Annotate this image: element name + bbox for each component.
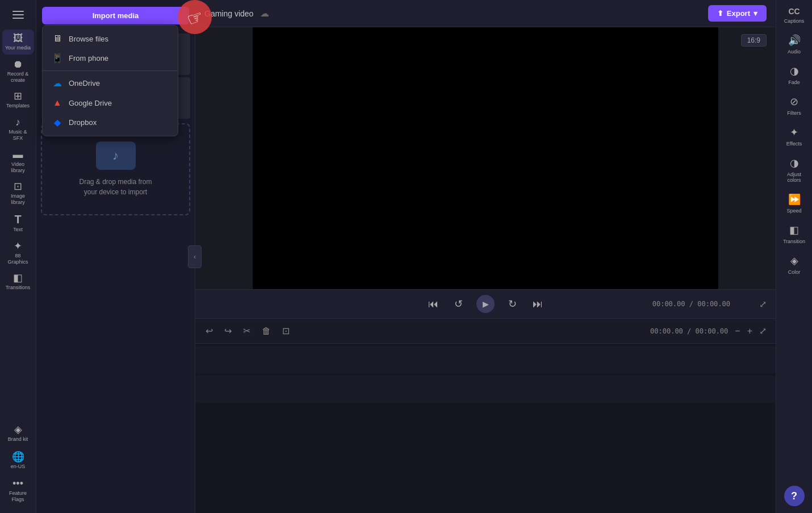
filters-label: Filters (787, 110, 801, 116)
sidebar-item-en-us[interactable]: 🌐 en-US (2, 448, 34, 473)
image-library-icon: ⊡ (14, 181, 22, 191)
timeline-track-1[interactable] (195, 346, 776, 373)
export-label: Export (727, 9, 750, 18)
dropbox-icon: ◆ (52, 117, 63, 128)
sidebar-item-text[interactable]: T Text (2, 210, 34, 236)
hamburger-menu[interactable] (8, 5, 28, 25)
audio-label: Audio (788, 49, 801, 55)
fade-label: Fade (788, 80, 800, 85)
media-panel: Import media 🖥 Browse files 📱 From phone… (36, 0, 195, 513)
effects-label: Effects (786, 141, 802, 147)
sidebar-item-your-media-label: Your media (5, 45, 31, 51)
forward-button[interactable]: ↻ (506, 295, 519, 312)
aspect-ratio-badge[interactable]: 16:9 (741, 34, 767, 47)
locale-icon: 🌐 (12, 452, 24, 462)
undo-button[interactable]: ↩ (202, 323, 216, 339)
right-panel-filters[interactable]: ⊘ Filters (778, 91, 810, 120)
rewind-button[interactable]: ↺ (452, 295, 465, 312)
speed-icon: ⏩ (788, 193, 801, 206)
right-panel-color[interactable]: ◈ Color (778, 250, 810, 280)
right-panel-speed[interactable]: ⏩ Speed (778, 189, 810, 218)
right-panel-adjust-colors[interactable]: ◑ Adjust colors (778, 152, 810, 187)
lock-button[interactable]: ⊡ (279, 323, 293, 339)
sidebar-item-templates-label: Templates (6, 103, 30, 109)
brand-kit-icon: ◈ (14, 424, 22, 435)
browse-files-item[interactable]: 🖥 Browse files (43, 29, 178, 48)
cloud-save-icon: ☁ (260, 8, 269, 19)
sidebar-item-image-label: Image library (5, 193, 32, 206)
from-phone-label: From phone (69, 54, 108, 62)
sidebar-item-video-library[interactable]: ▬ Video library (2, 146, 34, 177)
timeline-time-display: 00:00.00 / 00:00.00 (650, 327, 728, 335)
transition-icon: ◧ (789, 224, 799, 236)
zoom-in-button[interactable]: + (745, 325, 755, 337)
current-time: 00:00.00 (652, 300, 685, 308)
export-button[interactable]: ⬆ Export ▾ (708, 5, 767, 22)
feature-flags-icon: ••• (12, 478, 23, 489)
total-time: 00:00.00 (697, 300, 730, 308)
time-separator: / (689, 300, 697, 308)
delete-button[interactable]: 🗑 (258, 324, 274, 339)
right-panel-transition[interactable]: ◧ Transition (778, 219, 810, 249)
preview-area: 16:9 (195, 27, 776, 289)
sidebar-item-graphics[interactable]: ✦ 88 Graphics (2, 237, 34, 269)
preview-canvas (253, 27, 718, 289)
timeline-area[interactable] (195, 344, 776, 513)
phone-icon: 📱 (52, 53, 63, 64)
sidebar-item-brand-kit[interactable]: ◈ Brand kit (2, 421, 34, 446)
color-icon: ◈ (790, 255, 798, 267)
sidebar-item-music-sfx[interactable]: ♪ Music & SFX (2, 114, 34, 145)
sidebar-item-locale-label: en-US (11, 464, 26, 470)
play-button[interactable]: ▶ (476, 295, 495, 313)
dropdown-divider (43, 70, 178, 71)
audio-icon: 🔊 (788, 34, 801, 47)
from-phone-item[interactable]: 📱 From phone (43, 48, 178, 68)
browse-files-label: Browse files (69, 35, 108, 43)
sidebar-item-music-label: Music & SFX (5, 129, 32, 141)
skip-forward-button[interactable]: ⏭ (530, 296, 545, 312)
import-media-button[interactable]: Import media (42, 7, 189, 24)
color-label: Color (788, 269, 801, 275)
transition-label: Transition (783, 239, 805, 244)
fullscreen-button[interactable]: ⤢ (759, 299, 767, 310)
sidebar-item-your-media[interactable]: 🖼 Your media (2, 30, 34, 55)
drag-drop-zone[interactable]: ♪ Drag & drop media from your device to … (41, 123, 190, 215)
video-title[interactable]: Gaming video (204, 9, 253, 18)
sidebar-item-record[interactable]: ⏺ Record &create (2, 56, 34, 87)
sidebar-item-templates[interactable]: ⊞ Templates (2, 87, 34, 112)
transitions-icon: ◧ (13, 273, 23, 283)
right-panel-effects[interactable]: ✦ Effects (778, 122, 810, 151)
sidebar-item-feature-flags[interactable]: ••• Feature Flags (2, 475, 34, 506)
right-panel-captions[interactable]: CC Captions (778, 2, 810, 28)
timeline-track-2[interactable] (195, 376, 776, 403)
cut-button[interactable]: ✂ (240, 323, 254, 339)
captions-icon: CC (788, 7, 800, 16)
google-drive-icon: ▲ (52, 98, 63, 108)
timeline-toolbar: ↩ ↪ ✂ 🗑 ⊡ 00:00.00 / 00:00.00 − + ⤢ (195, 319, 776, 344)
fit-to-screen-button[interactable]: ⤢ (757, 324, 769, 337)
google-drive-item[interactable]: ▲ Google Drive (43, 93, 178, 112)
sidebar-item-transitions-label: Transitions (6, 285, 31, 291)
sidebar-item-transitions[interactable]: ◧ Transitions (2, 269, 34, 294)
onedrive-item[interactable]: ☁ OneDrive (43, 73, 178, 93)
time-display: 00:00.00 / 00:00.00 (652, 300, 730, 308)
fade-icon: ◑ (790, 65, 799, 77)
sidebar-item-brand-label: Brand kit (8, 436, 28, 443)
sidebar-item-image-library[interactable]: ⊡ Image library (2, 178, 34, 209)
text-icon: T (14, 214, 21, 225)
playback-controls: ⏮ ↺ ▶ ↻ ⏭ 00:00.00 / 00:00.00 ⤢ (195, 289, 776, 319)
music-sfx-icon: ♪ (15, 117, 20, 127)
sidebar-item-flags-label: Feature Flags (5, 490, 32, 503)
help-button[interactable]: ? (784, 486, 805, 506)
right-panel-audio[interactable]: 🔊 Audio (778, 30, 810, 59)
zoom-controls: − + ⤢ (733, 324, 769, 337)
sidebar-item-text-label: Text (13, 227, 23, 233)
zoom-out-button[interactable]: − (733, 325, 742, 337)
main-editor-area: Gaming video ☁ ⬆ Export ▾ 16:9 ⏮ ↺ ▶ ↻ ⏭… (195, 0, 776, 513)
dropbox-item[interactable]: ◆ Dropbox (43, 112, 178, 132)
redo-button[interactable]: ↪ (221, 323, 235, 339)
your-media-icon: 🖼 (13, 33, 23, 43)
skip-back-button[interactable]: ⏮ (426, 296, 441, 312)
right-panel-fade[interactable]: ◑ Fade (778, 60, 810, 90)
collapse-panel-button[interactable]: ‹ (188, 245, 202, 268)
